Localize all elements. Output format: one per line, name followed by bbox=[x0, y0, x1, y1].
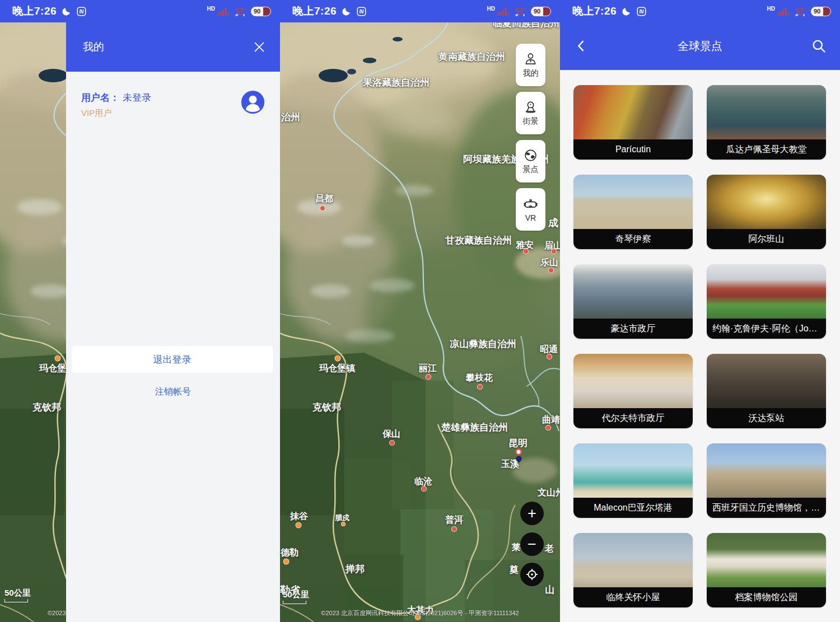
delete-account-button[interactable]: 注销帐号 bbox=[66, 386, 280, 398]
map-place-label: 果洛藏族自治州 bbox=[363, 76, 430, 89]
map-place-label: 莱 bbox=[512, 542, 521, 554]
map-place-label: 治州 bbox=[281, 111, 300, 124]
map-marker[interactable] bbox=[341, 522, 346, 526]
map-place-label: 文山州 bbox=[538, 487, 560, 499]
map-marker[interactable] bbox=[547, 354, 552, 359]
poi-photo bbox=[707, 533, 826, 587]
map-marker[interactable] bbox=[451, 526, 457, 532]
streetview-icon bbox=[523, 100, 538, 115]
poi-card[interactable]: 档案博物馆公园 bbox=[707, 533, 826, 607]
map-marker[interactable] bbox=[551, 249, 557, 254]
map-marker[interactable] bbox=[296, 522, 302, 529]
map-place-label: 乐山 bbox=[540, 257, 558, 269]
zoom-in-button[interactable]: + bbox=[520, 502, 544, 525]
map-place-label: 甘孜藏族自治州 bbox=[445, 234, 512, 247]
battery-percent: 90 bbox=[534, 8, 540, 15]
toolbar-vr-button[interactable]: VR bbox=[516, 188, 545, 231]
map-marker[interactable] bbox=[283, 559, 290, 565]
poi-photo bbox=[707, 264, 826, 319]
map-marker[interactable] bbox=[320, 205, 325, 211]
map-place-label: 山 bbox=[545, 583, 554, 596]
status-bar: 晚上7:26 HD 4F6 90 bbox=[280, 0, 560, 22]
status-bar: 晚上7:26 HD 4F6 90 bbox=[0, 0, 280, 22]
wifi-icon: 4F6 bbox=[234, 7, 246, 16]
nfc-icon bbox=[637, 7, 646, 16]
map-marker[interactable] bbox=[545, 425, 551, 431]
nfc-icon bbox=[77, 7, 86, 16]
map-marker[interactable] bbox=[523, 249, 529, 254]
map-marker[interactable] bbox=[548, 268, 554, 273]
map-place-label: 老 bbox=[545, 543, 554, 555]
map-scale-label: 50公里 bbox=[4, 588, 31, 602]
poi-photo bbox=[707, 354, 826, 408]
map-screen: 临夏回族自治州黄南藏族自治州果洛藏族自治州治州阿坝藏族羌族自治州昌都甘孜藏族自治… bbox=[280, 0, 560, 622]
svg-text:4F: 4F bbox=[795, 13, 799, 16]
poi-photo bbox=[707, 443, 826, 498]
username-label: 用户名： bbox=[81, 92, 119, 103]
map-place-label: 凉山彝族自治州 bbox=[450, 338, 516, 350]
triple-screenshot: 玛仓堡镇克钦邦 50公里 ©2023 北京百度网讯科技有限公司 GS(2021)… bbox=[0, 0, 840, 622]
svg-text:6: 6 bbox=[523, 13, 525, 16]
poi-card[interactable]: 豪达市政厅 bbox=[573, 264, 693, 339]
poi-card[interactable]: 代尔夫特市政厅 bbox=[573, 354, 693, 428]
poi-title: 西班牙国立历史博物馆，查… bbox=[707, 498, 826, 518]
logout-button[interactable]: 退出登录 bbox=[72, 346, 273, 373]
profile-drawer: 我的 用户名：未登录 VIP用户 退出登录 注销帐号 bbox=[66, 22, 280, 622]
vr-headset-icon bbox=[523, 197, 538, 212]
signal-icon bbox=[777, 7, 790, 16]
svg-text:6: 6 bbox=[243, 13, 245, 16]
avatar[interactable] bbox=[240, 90, 265, 115]
poi-card[interactable]: 约翰·克鲁伊夫·阿伦（Johan... bbox=[707, 264, 826, 339]
signal-icon bbox=[497, 7, 510, 16]
moon-icon bbox=[62, 6, 72, 16]
map-marker[interactable] bbox=[515, 448, 522, 456]
hd-label: HD bbox=[487, 6, 495, 12]
poi-title: 豪达市政厅 bbox=[573, 319, 693, 339]
toolbar-attractions-button[interactable]: 景点 bbox=[516, 140, 545, 183]
zoom-out-button[interactable]: − bbox=[520, 532, 544, 556]
poi-photo bbox=[573, 85, 693, 139]
toolbar-streetview-button[interactable]: 街景 bbox=[516, 92, 545, 134]
poi-card[interactable]: Malecon巴亚尔塔港 bbox=[573, 443, 693, 518]
map-place-label: 普洱 bbox=[445, 515, 463, 526]
poi-title: 代尔夫特市政厅 bbox=[573, 408, 693, 428]
battery-icon: 90 bbox=[251, 7, 271, 16]
locate-icon bbox=[525, 567, 539, 582]
search-icon[interactable] bbox=[811, 38, 827, 54]
poi-card[interactable]: 西班牙国立历史博物馆，查… bbox=[707, 443, 826, 518]
map-place-label: 楚雄彝族自治州 bbox=[441, 421, 508, 434]
svg-text:4F: 4F bbox=[235, 13, 239, 16]
map-marker[interactable] bbox=[389, 440, 395, 446]
poi-photo bbox=[573, 443, 693, 498]
attractions-grid: Parícutin瓜达卢佩圣母大教堂奇琴伊察阿尔班山豪达市政厅约翰·克鲁伊夫·阿… bbox=[560, 70, 840, 622]
poi-card[interactable]: 奇琴伊察 bbox=[573, 175, 693, 249]
map-marker[interactable] bbox=[421, 486, 427, 492]
poi-card[interactable]: 阿尔班山 bbox=[707, 175, 826, 249]
poi-title: 阿尔班山 bbox=[707, 229, 826, 249]
map-place-label: 昌都 bbox=[315, 193, 333, 205]
map-marker[interactable] bbox=[477, 384, 483, 390]
toolbar-label: 我的 bbox=[523, 68, 539, 78]
poi-title: 临终关怀小屋 bbox=[573, 587, 693, 607]
toolbar-my-button[interactable]: 我的 bbox=[516, 44, 545, 86]
username-value: 未登录 bbox=[123, 92, 151, 103]
map-marker[interactable] bbox=[426, 374, 431, 380]
locate-button[interactable] bbox=[520, 563, 544, 586]
poi-title: 沃达泵站 bbox=[707, 408, 826, 428]
close-icon[interactable] bbox=[252, 40, 267, 54]
map-marker[interactable] bbox=[335, 356, 341, 362]
map-place-label: 奠 bbox=[510, 564, 519, 576]
poi-card[interactable]: 瓜达卢佩圣母大教堂 bbox=[707, 85, 826, 160]
map-place-label: 成 bbox=[548, 216, 558, 230]
map-place-label: 抹谷 bbox=[290, 511, 308, 522]
poi-card[interactable]: Parícutin bbox=[573, 85, 693, 160]
poi-card[interactable]: 沃达泵站 bbox=[707, 354, 826, 428]
poi-title: 档案博物馆公园 bbox=[707, 587, 826, 607]
poi-title: Parícutin bbox=[573, 139, 693, 160]
poi-card[interactable]: 临终关怀小屋 bbox=[573, 533, 693, 607]
back-icon[interactable] bbox=[573, 38, 589, 54]
battery-percent: 90 bbox=[254, 8, 260, 15]
page-title: 全球景点 bbox=[678, 39, 722, 54]
poi-photo bbox=[573, 354, 693, 408]
map-marker[interactable] bbox=[55, 356, 61, 362]
